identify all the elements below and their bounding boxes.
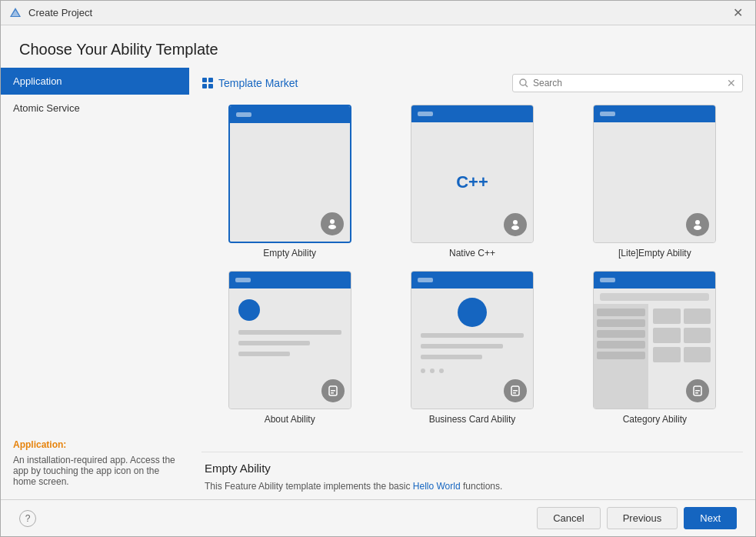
right-panel: Template Market ✕: [189, 68, 755, 499]
main-body: Application Atomic Service Application: …: [1, 68, 755, 499]
desc-suffix: functions.: [461, 481, 503, 492]
svg-rect-1: [208, 78, 213, 82]
about-line-1: [238, 330, 341, 335]
template-image-native-cpp: C++: [411, 105, 534, 243]
svg-point-8: [513, 220, 518, 225]
cpp-icon: C++: [456, 172, 488, 192]
template-card-lite-empty[interactable]: [Lite]Empty Ability: [570, 105, 740, 258]
template-label-empty-ability: Empty Ability: [263, 248, 316, 258]
desc-prefix: This Feature Ability template implements…: [205, 481, 413, 492]
template-card-native-cpp[interactable]: C++ Native C++: [387, 105, 557, 258]
next-button[interactable]: Next: [684, 507, 737, 529]
title-bar-left: Create Project: [8, 6, 92, 20]
footer-buttons: Cancel Previous Next: [537, 507, 737, 529]
title-bar: Create Project ✕: [1, 1, 755, 25]
sidebar-description: Application: An installation-required ap…: [1, 427, 189, 499]
sidebar-item-application[interactable]: Application: [1, 68, 189, 95]
template-label-business: Business Card Ability: [429, 414, 516, 425]
template-image-lite-empty: [593, 105, 716, 243]
svg-rect-3: [208, 84, 213, 88]
template-label-native-cpp: Native C++: [449, 248, 495, 258]
templates-grid: Empty Ability C++: [201, 98, 743, 449]
template-card-business-card[interactable]: Business Card Ability: [387, 271, 557, 425]
template-image-business: [411, 271, 534, 409]
card-badge-empty: [321, 212, 344, 235]
svg-line-5: [525, 85, 528, 87]
svg-rect-19: [695, 390, 700, 392]
page-title: Choose Your Ability Template: [1, 25, 755, 68]
svg-point-11: [694, 225, 701, 230]
help-button[interactable]: ?: [19, 510, 36, 527]
description-section: Empty Ability This Feature Ability templ…: [201, 452, 743, 499]
about-line-2: [238, 341, 311, 345]
card-badge-cpp: [504, 213, 527, 236]
svg-rect-13: [331, 390, 335, 392]
svg-rect-14: [331, 392, 334, 394]
selected-template-name: Empty Ability: [205, 462, 740, 475]
svg-rect-0: [202, 78, 207, 82]
about-line-3: [238, 352, 290, 356]
template-card-category[interactable]: Category Ability: [570, 271, 740, 425]
card-badge-business: [504, 379, 527, 402]
desc-highlight: Hello World: [413, 481, 461, 492]
content-area: Choose Your Ability Template Application…: [1, 25, 755, 499]
svg-point-10: [695, 220, 700, 225]
svg-rect-20: [695, 392, 698, 394]
template-market-label-text: Template Market: [218, 77, 298, 89]
selected-template-description: This Feature Ability template implements…: [205, 479, 740, 493]
svg-rect-2: [202, 84, 207, 88]
grid-inner: Empty Ability C++: [201, 98, 743, 431]
template-label-about: About Ability: [265, 414, 315, 425]
category-search: [600, 293, 709, 301]
template-label-category: Category Ability: [623, 414, 687, 425]
app-icon: [8, 6, 22, 20]
window: Create Project ✕ Choose Your Ability Tem…: [0, 0, 756, 537]
previous-button[interactable]: Previous: [607, 507, 678, 529]
svg-point-4: [520, 79, 526, 85]
svg-rect-17: [513, 392, 516, 394]
template-market-icon: [201, 77, 214, 89]
template-card-about-ability[interactable]: About Ability: [205, 271, 375, 425]
sidebar-item-atomic-service[interactable]: Atomic Service: [1, 95, 189, 122]
sidebar-desc-title: Application:: [13, 439, 177, 450]
search-clear-button[interactable]: ✕: [727, 77, 736, 89]
search-container: ✕: [512, 74, 743, 92]
svg-point-6: [330, 219, 335, 224]
search-icon: [519, 78, 528, 88]
template-card-empty-ability[interactable]: Empty Ability: [205, 105, 375, 258]
sidebar: Application Atomic Service Application: …: [1, 68, 189, 499]
template-label-lite-empty: [Lite]Empty Ability: [618, 248, 691, 258]
close-button[interactable]: ✕: [728, 4, 748, 22]
svg-rect-16: [513, 390, 518, 392]
search-input[interactable]: [533, 78, 722, 88]
template-image-category: [593, 271, 716, 409]
cancel-button[interactable]: Cancel: [537, 507, 600, 529]
svg-point-9: [511, 225, 519, 230]
template-image-about: [228, 271, 351, 409]
card-badge-about: [321, 379, 345, 402]
template-image-empty-ability: [228, 105, 351, 243]
window-title: Create Project: [28, 7, 92, 18]
panel-header: Template Market ✕: [201, 68, 743, 98]
footer: ? Cancel Previous Next: [1, 499, 755, 536]
template-market-link[interactable]: Template Market: [201, 77, 298, 89]
about-circle: [238, 299, 260, 321]
card-badge-lite: [686, 213, 709, 236]
business-circle: [458, 298, 487, 327]
svg-point-7: [328, 225, 336, 229]
sidebar-desc-text: An installation-required app. Access the…: [13, 455, 177, 487]
